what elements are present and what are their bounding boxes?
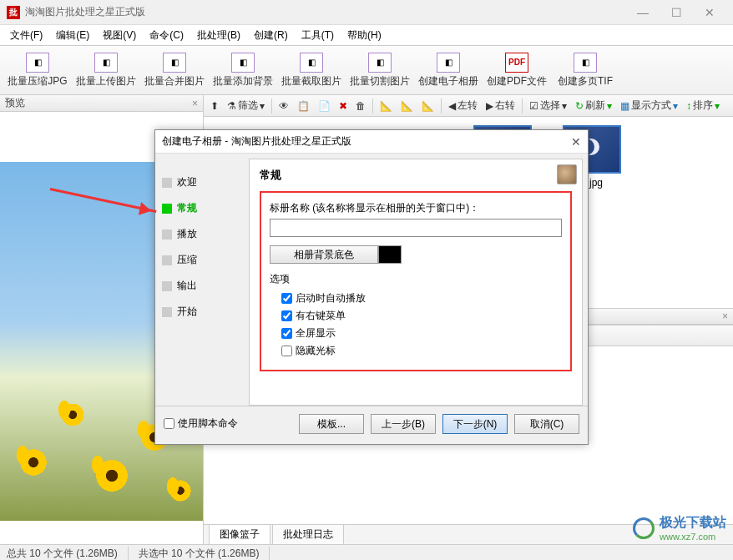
close-button[interactable]: ✕ [693, 1, 726, 24]
dialog-footer: 使用脚本命令 模板... 上一步(B) 下一步(N) 取消(C) [155, 406, 588, 441]
display-dropdown[interactable]: ▦ 显示方式 ▾ [617, 97, 681, 114]
main-toolbar: ◧批量压缩JPG ◧批量上传图片 ◧批量合并图片 ◧批量添加背景 ◧批量截取图片… [0, 45, 733, 95]
window-titlebar: 批 淘淘图片批处理之星正式版 — ☐ ✕ [0, 0, 733, 25]
preview-close-icon[interactable]: × [192, 98, 198, 109]
lower-panel-close-icon[interactable]: × [722, 310, 728, 322]
maximize-button[interactable]: ☐ [660, 1, 693, 24]
step-general[interactable]: 常规 [162, 201, 242, 215]
menu-help[interactable]: 帮助(H) [341, 27, 388, 44]
tool-icon[interactable]: 📄 [315, 98, 334, 114]
tb-create-pdf[interactable]: PDF创建PDF文件 [484, 47, 549, 93]
tb-compress-jpg[interactable]: ◧批量压缩JPG [5, 47, 70, 93]
opt-hidecursor[interactable]: 隐藏光标 [281, 344, 562, 358]
status-selected: 共选中 10 个文件 (1.26MB) [139, 547, 270, 560]
window-title: 淘淘图片批处理之星正式版 [25, 5, 626, 19]
cancel-button[interactable]: 取消(C) [514, 414, 579, 434]
menu-command[interactable]: 命令(C) [143, 27, 190, 44]
menu-edit[interactable]: 编辑(E) [49, 27, 96, 44]
filter-dropdown[interactable]: ⚗ 筛选 ▾ [224, 97, 268, 114]
tool-icon[interactable]: 📐 [418, 98, 437, 114]
status-bar: 总共 10 个文件 (1.26MB) 共选中 10 个文件 (1.26MB) [0, 544, 733, 560]
step-play[interactable]: 播放 [162, 227, 242, 241]
dialog-main: 常规 标册名称 (该名称将显示在相册的关于窗口中)： 相册背景底色 选项 启动时… [249, 159, 583, 406]
bgcolor-swatch[interactable] [378, 245, 402, 264]
tb-merge[interactable]: ◧批量合并图片 [142, 47, 207, 93]
tb-create-tif[interactable]: ◧创建多页TIF [553, 47, 618, 93]
rotate-left-button[interactable]: ◀ 左转 [445, 97, 481, 114]
watermark: 极光下载站 www.xz7.com [633, 514, 726, 542]
tab-batch-log[interactable]: 批处理日志 [272, 524, 344, 544]
opt-fullscreen[interactable]: 全屏显示 [281, 326, 562, 341]
dialog-titlebar: 创建电子相册 - 淘淘图片批处理之星正式版 ✕ [155, 130, 588, 154]
tb-split[interactable]: ◧批量切割图片 [347, 47, 412, 93]
annotation-red-box: 标册名称 (该名称将显示在相册的关于窗口中)： 相册背景底色 选项 启动时自动播… [260, 191, 572, 371]
dialog-section-title: 常规 [260, 168, 572, 183]
step-welcome[interactable]: 欢迎 [162, 175, 242, 189]
dialog-close-icon[interactable]: ✕ [571, 135, 581, 149]
tb-upload[interactable]: ◧批量上传图片 [73, 47, 139, 93]
nav-up-icon[interactable]: ⬆ [207, 98, 222, 114]
menu-tools[interactable]: 工具(T) [295, 27, 341, 44]
tb-add-bg[interactable]: ◧批量添加背景 [210, 47, 276, 93]
watermark-logo-icon [633, 517, 655, 539]
menu-create[interactable]: 创建(R) [247, 27, 295, 44]
template-button[interactable]: 模板... [299, 414, 364, 434]
tool-icon[interactable]: 👁 [276, 98, 292, 114]
step-start[interactable]: 开始 [162, 305, 242, 319]
tool-icon[interactable]: 📐 [377, 98, 396, 114]
album-name-label: 标册名称 (该名称将显示在相册的关于窗口中)： [270, 201, 562, 215]
opt-contextmenu[interactable]: 有右键菜单 [281, 309, 562, 323]
tb-create-album[interactable]: ◧创建电子相册 [416, 47, 481, 93]
menu-batch[interactable]: 批处理(B) [190, 27, 247, 44]
dialog-steps: 欢迎 常规 播放 压缩 输出 开始 [155, 154, 249, 406]
preview-panel-header: 预览 × [0, 95, 203, 112]
menu-bar: 文件(F) 编辑(E) 视图(V) 命令(C) 批处理(B) 创建(R) 工具(… [0, 25, 733, 45]
tool-icon[interactable]: 📋 [294, 98, 313, 114]
tool-icon[interactable]: 🗑 [352, 98, 369, 114]
watermark-url: www.xz7.com [660, 532, 726, 542]
prev-button[interactable]: 上一步(B) [371, 414, 436, 434]
opt-autoplay[interactable]: 启动时自动播放 [281, 291, 562, 305]
rotate-right-button[interactable]: ▶ 右转 [483, 97, 518, 114]
album-name-input[interactable] [270, 219, 562, 237]
status-total: 总共 10 个文件 (1.26MB) [7, 547, 129, 560]
step-compress[interactable]: 压缩 [162, 253, 242, 267]
tb-crop[interactable]: ◧批量截取图片 [279, 47, 344, 93]
menu-file[interactable]: 文件(F) [3, 27, 49, 44]
minimize-button[interactable]: — [626, 1, 660, 24]
create-album-dialog: 创建电子相册 - 淘淘图片批处理之星正式版 ✕ 欢迎 常规 播放 压缩 输出 开… [154, 129, 589, 445]
dialog-title: 创建电子相册 - 淘淘图片批处理之星正式版 [162, 134, 351, 149]
bgcolor-button[interactable]: 相册背景底色 [270, 245, 378, 264]
next-button[interactable]: 下一步(N) [442, 414, 508, 434]
app-icon: 批 [7, 6, 20, 19]
step-output[interactable]: 输出 [162, 279, 242, 293]
delete-icon[interactable]: ✖ [336, 98, 351, 114]
select-dropdown[interactable]: ☑ 选择 ▾ [526, 97, 570, 114]
dialog-avatar-icon [557, 164, 577, 184]
sort-dropdown[interactable]: ↕ 排序 ▾ [683, 97, 723, 114]
tab-image-basket[interactable]: 图像篮子 [209, 524, 270, 544]
secondary-toolbar: ⬆ ⚗ 筛选 ▾ 👁 📋 📄 ✖ 🗑 📐 📐 📐 ◀ 左转 ▶ 右转 ☑ 选择 … [204, 95, 733, 117]
watermark-name: 极光下载站 [660, 514, 726, 532]
preview-title: 预览 [5, 96, 25, 110]
use-script-checkbox[interactable]: 使用脚本命令 [164, 416, 238, 431]
menu-view[interactable]: 视图(V) [96, 27, 143, 44]
refresh-dropdown[interactable]: ↻ 刷新 ▾ [572, 97, 615, 114]
options-label: 选项 [270, 272, 562, 286]
tool-icon[interactable]: 📐 [397, 98, 417, 114]
